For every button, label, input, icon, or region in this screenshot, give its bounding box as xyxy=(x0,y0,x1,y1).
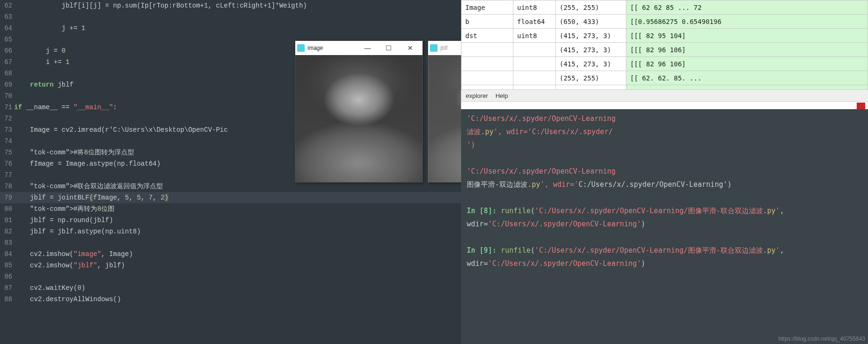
var-size: (255, 255) xyxy=(556,71,626,85)
toolbar-link-explorer[interactable]: explorer xyxy=(466,92,488,99)
var-size: (255, 255) xyxy=(556,0,626,15)
var-value: [[0.95686275 0.65490196 xyxy=(626,15,868,29)
var-name xyxy=(462,57,513,71)
close-button[interactable]: ✕ xyxy=(399,41,421,55)
var-name xyxy=(462,43,513,57)
var-type: uint8 xyxy=(513,0,556,15)
var-value: [[[ 82 95 104] xyxy=(626,29,868,43)
var-type xyxy=(513,43,556,57)
code-area[interactable]: jblf[i][j] = np.sum(Ip[rTop:rBottom+1, c… xyxy=(14,0,307,305)
watermark: https://blog.csdn.net/qq_40755643 xyxy=(779,336,865,342)
var-name xyxy=(462,71,513,85)
table-row[interactable]: (415, 273, 3) [[[ 82 96 106] xyxy=(462,57,868,71)
var-value: [[[ 82 96 106] xyxy=(626,57,868,71)
ipython-console[interactable]: 'C:/Users/x/.spyder/OpenCV-Learning滤波.py… xyxy=(461,109,868,344)
window-icon xyxy=(297,44,305,52)
var-size: (650, 433) xyxy=(556,15,626,29)
var-type xyxy=(513,57,556,71)
variable-explorer-table[interactable]: Image uint8 (255, 255) [[ 62 62 85 ... 7… xyxy=(461,0,868,99)
window-icon xyxy=(430,44,438,52)
var-type: float64 xyxy=(513,15,556,29)
var-type xyxy=(513,71,556,85)
image-content xyxy=(295,55,422,182)
table-row[interactable]: (255, 255) [[ 62. 62. 85. ... xyxy=(462,71,868,85)
table-row[interactable]: dst uint8 (415, 273, 3) [[[ 82 95 104] xyxy=(462,29,868,43)
var-size: (415, 273, 3) xyxy=(556,57,626,71)
window-title: jblf xyxy=(440,45,447,51)
table-row[interactable]: Image uint8 (255, 255) [[ 62 62 85 ... 7… xyxy=(462,0,868,15)
window-title: image xyxy=(308,45,323,51)
toolbar-link-help[interactable]: Help xyxy=(495,92,508,99)
table-row[interactable]: b float64 (650, 433) [[0.95686275 0.6549… xyxy=(462,15,868,29)
line-number-gutter: 62 63 64 65 66 67 68 69 70 71 72 73 74 7… xyxy=(0,0,14,305)
titlebar[interactable]: image — ☐ ✕ xyxy=(295,41,422,55)
panel-toolbar[interactable]: explorer Help xyxy=(461,89,868,102)
var-type: uint8 xyxy=(513,29,556,43)
opencv-window-image[interactable]: image — ☐ ✕ xyxy=(295,40,423,183)
right-panel: Image uint8 (255, 255) [[ 62 62 85 ... 7… xyxy=(461,0,868,344)
minimize-button[interactable]: — xyxy=(357,41,378,55)
var-size: (415, 273, 3) xyxy=(556,29,626,43)
var-name: b xyxy=(462,15,513,29)
table-row[interactable]: (415, 273, 3) [[[ 82 96 106] xyxy=(462,43,868,57)
var-value: [[[ 82 96 106] xyxy=(626,43,868,57)
var-size: (415, 273, 3) xyxy=(556,43,626,57)
var-name: Image xyxy=(462,0,513,15)
var-value: [[ 62. 62. 85. ... xyxy=(626,71,868,85)
var-name: dst xyxy=(462,29,513,43)
var-value: [[ 62 62 85 ... 72 xyxy=(626,0,868,15)
maximize-button[interactable]: ☐ xyxy=(378,41,399,55)
